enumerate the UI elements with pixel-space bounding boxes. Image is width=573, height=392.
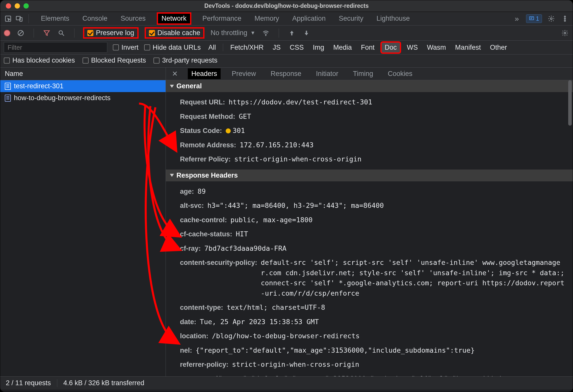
checkbox-icon xyxy=(144,44,150,50)
close-window-button[interactable] xyxy=(6,3,11,9)
kv-row: content-security-policy:default-src 'sel… xyxy=(180,256,573,300)
kv-key: cf-ray: xyxy=(180,243,201,254)
preserve-log-checkbox[interactable]: Preserve log xyxy=(83,27,139,39)
hide-data-urls-checkbox[interactable]: Hide data URLs xyxy=(144,44,201,51)
type-filter-wasm[interactable]: Wasm xyxy=(425,43,448,52)
tab-network[interactable]: Network xyxy=(157,12,191,25)
traffic-lights xyxy=(0,3,29,9)
scrollbar-thumb[interactable] xyxy=(568,80,572,126)
svg-point-8 xyxy=(564,18,566,19)
type-filter-css[interactable]: CSS xyxy=(288,43,306,52)
tab-console[interactable]: Console xyxy=(81,14,110,23)
maximize-window-button[interactable] xyxy=(23,3,29,9)
kv-key: referrer-policy: xyxy=(180,359,228,370)
checkbox-icon xyxy=(87,30,93,36)
kv-value: h3=":443"; ma=86400, h3-29=":443"; ma=86… xyxy=(207,201,568,211)
type-filter-doc[interactable]: Doc xyxy=(382,43,400,52)
detail-tab-initiator[interactable]: Initiator xyxy=(312,68,342,79)
detail-tab-preview[interactable]: Preview xyxy=(228,68,259,79)
kv-value: public, max-age=1800 xyxy=(230,215,568,225)
filter-bar-secondary: Has blocked cookies Blocked Requests 3rd… xyxy=(0,54,573,68)
search-icon[interactable] xyxy=(57,29,66,37)
svg-marker-12 xyxy=(44,31,49,35)
tab-sources[interactable]: Sources xyxy=(119,14,148,23)
type-filter-js[interactable]: JS xyxy=(271,43,283,52)
section-header[interactable]: Response Headers xyxy=(166,170,573,181)
kv-value: HIT xyxy=(236,229,568,239)
kv-value: Tue, 25 Apr 2023 15:38:53 GMT xyxy=(200,317,568,327)
type-filter-font[interactable]: Font xyxy=(359,43,377,52)
svg-point-13 xyxy=(59,31,63,34)
separator xyxy=(57,379,57,387)
kv-row: cf-cache-status:HIT xyxy=(180,227,573,241)
detail-tab-timing[interactable]: Timing xyxy=(349,68,377,79)
network-conditions-icon[interactable] xyxy=(262,29,270,37)
scrollbar[interactable] xyxy=(568,80,572,376)
tab-performance[interactable]: Performance xyxy=(200,14,244,23)
checkbox-icon xyxy=(153,58,160,64)
kv-value: /blog/how-to-debug-browser-redirects xyxy=(212,331,568,341)
request-name: how-to-debug-browser-redirects xyxy=(14,94,111,102)
third-party-checkbox[interactable]: 3rd-party requests xyxy=(153,57,217,64)
kv-value: strict-origin-when-cross-origin xyxy=(232,359,568,370)
filter-bar: Invert Hide data URLs AllFetch/XHRJSCSSI… xyxy=(0,41,573,54)
close-detail-icon[interactable]: ✕ xyxy=(169,70,180,78)
kebab-menu-icon[interactable] xyxy=(561,14,569,23)
type-filter-ws[interactable]: WS xyxy=(405,43,420,52)
request-row[interactable]: how-to-debug-browser-redirects xyxy=(0,92,166,104)
request-row[interactable]: test-redirect-301 xyxy=(0,80,166,92)
kv-row: Request Method:GET xyxy=(180,109,573,124)
svg-line-14 xyxy=(62,34,64,36)
separator xyxy=(74,29,74,38)
settings-icon[interactable] xyxy=(547,14,556,23)
kv-value: 89 xyxy=(198,186,568,197)
inspect-element-icon[interactable] xyxy=(4,14,12,23)
detail-body[interactable]: GeneralRequest URL:https://dodov.dev/tes… xyxy=(166,80,573,376)
disable-cache-checkbox[interactable]: Disable cache xyxy=(145,27,205,39)
record-button[interactable] xyxy=(4,30,10,36)
checkbox-icon xyxy=(113,44,119,50)
upload-har-icon[interactable] xyxy=(288,29,296,37)
column-header-name[interactable]: Name xyxy=(0,68,166,80)
tab-security[interactable]: Security xyxy=(337,14,366,23)
detail-tab-response[interactable]: Response xyxy=(267,68,305,79)
filter-toggle-icon[interactable] xyxy=(42,29,51,37)
tab-elements[interactable]: Elements xyxy=(39,14,71,23)
type-filter-other[interactable]: Other xyxy=(488,43,509,52)
network-settings-icon[interactable] xyxy=(561,29,569,37)
blocked-requests-checkbox[interactable]: Blocked Requests xyxy=(83,57,146,64)
devtools-window: DevTools - dodov.dev/blog/how-to-debug-b… xyxy=(0,0,573,392)
kv-row: referrer-policy:strict-origin-when-cross… xyxy=(180,357,573,372)
type-filter-img[interactable]: Img xyxy=(311,43,326,52)
type-filter-manifest[interactable]: Manifest xyxy=(453,43,483,52)
main-tabs: ElementsConsoleSourcesNetworkPerformance… xyxy=(39,12,507,25)
tab-application[interactable]: Application xyxy=(290,14,328,23)
section-header[interactable]: General xyxy=(166,80,573,92)
kv-value: 7bd7acf3daaa90da-FRA xyxy=(204,243,568,254)
type-filter-media[interactable]: Media xyxy=(331,43,354,52)
throttling-label: No throttling xyxy=(211,29,247,37)
detail-tab-headers[interactable]: Headers xyxy=(188,68,221,79)
filter-input[interactable] xyxy=(4,42,107,53)
kv-key: content-security-policy: xyxy=(180,258,257,298)
kv-value: default-src 'self'; script-src 'self' 'u… xyxy=(261,258,568,298)
minimize-window-button[interactable] xyxy=(15,3,20,9)
tab-lighthouse[interactable]: Lighthouse xyxy=(374,14,412,23)
detail-tab-cookies[interactable]: Cookies xyxy=(384,68,416,79)
clear-icon[interactable] xyxy=(16,29,25,37)
type-filter-fetchxhr[interactable]: Fetch/XHR xyxy=(228,43,266,52)
kv-value: strict-origin-when-cross-origin xyxy=(234,154,568,164)
more-tabs-icon[interactable]: » xyxy=(515,14,519,23)
tab-memory[interactable]: Memory xyxy=(252,14,281,23)
invert-checkbox[interactable]: Invert xyxy=(113,44,139,51)
type-filter-all[interactable]: All xyxy=(206,43,218,52)
issues-badge[interactable]: 1 xyxy=(526,14,542,23)
svg-point-7 xyxy=(564,16,566,17)
status-bar: 2 / 11 requests 4.6 kB / 326 kB transfer… xyxy=(0,376,573,389)
kv-key: Remote Address: xyxy=(180,140,236,150)
throttling-select[interactable]: No throttling ▼ xyxy=(211,29,255,37)
device-toggle-icon[interactable] xyxy=(15,14,23,23)
svg-point-9 xyxy=(564,20,566,21)
download-har-icon[interactable] xyxy=(302,29,311,37)
has-blocked-cookies-checkbox[interactable]: Has blocked cookies xyxy=(4,57,75,64)
